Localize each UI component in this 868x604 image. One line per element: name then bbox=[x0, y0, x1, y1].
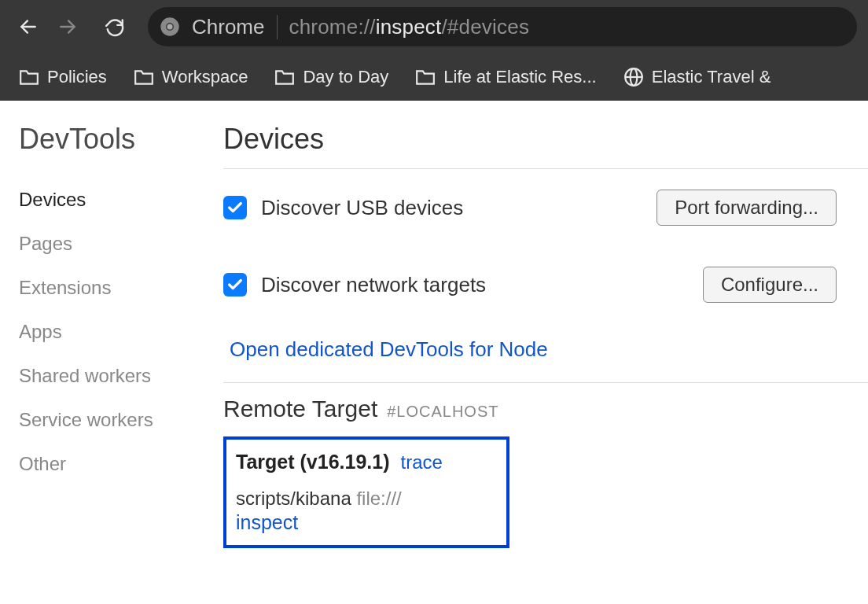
target-name: Target (v16.19.1) bbox=[236, 451, 389, 473]
sidebar: DevTools Devices Pages Extensions Apps S… bbox=[19, 123, 215, 548]
folder-icon bbox=[134, 68, 154, 86]
bookmark-day-to-day[interactable]: Day to Day bbox=[263, 62, 399, 92]
folder-icon bbox=[274, 68, 295, 86]
back-button[interactable] bbox=[11, 9, 46, 44]
inspect-link[interactable]: inspect bbox=[236, 511, 298, 534]
sidebar-item-service-workers[interactable]: Service workers bbox=[19, 398, 215, 442]
checkbox-network-targets[interactable] bbox=[223, 273, 247, 296]
port-forwarding-button[interactable]: Port forwarding... bbox=[657, 190, 837, 226]
sidebar-item-apps[interactable]: Apps bbox=[19, 310, 215, 354]
check-icon bbox=[226, 199, 244, 216]
remote-target-sub: #LOCALHOST bbox=[387, 403, 498, 421]
target-path: scripts/kibana file:/// bbox=[236, 488, 498, 510]
address-browser-label: Chrome bbox=[192, 15, 278, 39]
option-network-targets: Discover network targets Configure... bbox=[223, 246, 868, 323]
bookmark-elastic-travel[interactable]: Elastic Travel & bbox=[612, 62, 782, 92]
forward-button[interactable] bbox=[50, 9, 85, 44]
address-url: chrome://inspect/#devices bbox=[289, 15, 529, 39]
trace-link[interactable]: trace bbox=[400, 451, 442, 473]
bookmark-life-at-elastic[interactable]: Life at Elastic Res... bbox=[404, 62, 607, 92]
browser-chrome: Chrome chrome://inspect/#devices Policie… bbox=[0, 0, 868, 101]
bookmark-policies[interactable]: Policies bbox=[8, 62, 118, 92]
sidebar-item-devices[interactable]: Devices bbox=[19, 178, 215, 222]
target-box: Target (v16.19.1) trace scripts/kibana f… bbox=[223, 436, 509, 548]
toolbar: Chrome chrome://inspect/#devices bbox=[0, 0, 868, 53]
reload-button[interactable] bbox=[97, 9, 132, 44]
sidebar-item-other[interactable]: Other bbox=[19, 442, 215, 486]
sidebar-item-extensions[interactable]: Extensions bbox=[19, 266, 215, 310]
configure-button[interactable]: Configure... bbox=[703, 267, 837, 303]
sidebar-item-shared-workers[interactable]: Shared workers bbox=[19, 354, 215, 398]
option-label: Discover USB devices bbox=[261, 196, 463, 220]
svg-point-4 bbox=[167, 24, 173, 30]
checkbox-usb-devices[interactable] bbox=[223, 196, 247, 219]
folder-icon bbox=[19, 68, 39, 86]
option-usb-devices: Discover USB devices Port forwarding... bbox=[223, 169, 868, 246]
chrome-icon bbox=[159, 16, 181, 38]
open-node-devtools-link[interactable]: Open dedicated DevTools for Node bbox=[230, 337, 548, 361]
page-title: Devices bbox=[223, 123, 868, 156]
remote-target-heading: Remote Target #LOCALHOST bbox=[223, 396, 868, 422]
sidebar-item-pages[interactable]: Pages bbox=[19, 222, 215, 266]
globe-icon bbox=[623, 67, 644, 87]
bookmarks-bar: Policies Workspace Day to Day Life at El… bbox=[0, 53, 868, 101]
check-icon bbox=[226, 276, 244, 293]
page-content: DevTools Devices Pages Extensions Apps S… bbox=[0, 101, 868, 548]
folder-icon bbox=[415, 68, 436, 86]
main-panel: Devices Discover USB devices Port forwar… bbox=[215, 123, 868, 548]
divider bbox=[223, 382, 868, 383]
option-label: Discover network targets bbox=[261, 273, 486, 297]
address-bar[interactable]: Chrome chrome://inspect/#devices bbox=[148, 7, 857, 46]
sidebar-title: DevTools bbox=[19, 123, 215, 156]
bookmark-workspace[interactable]: Workspace bbox=[123, 62, 259, 92]
